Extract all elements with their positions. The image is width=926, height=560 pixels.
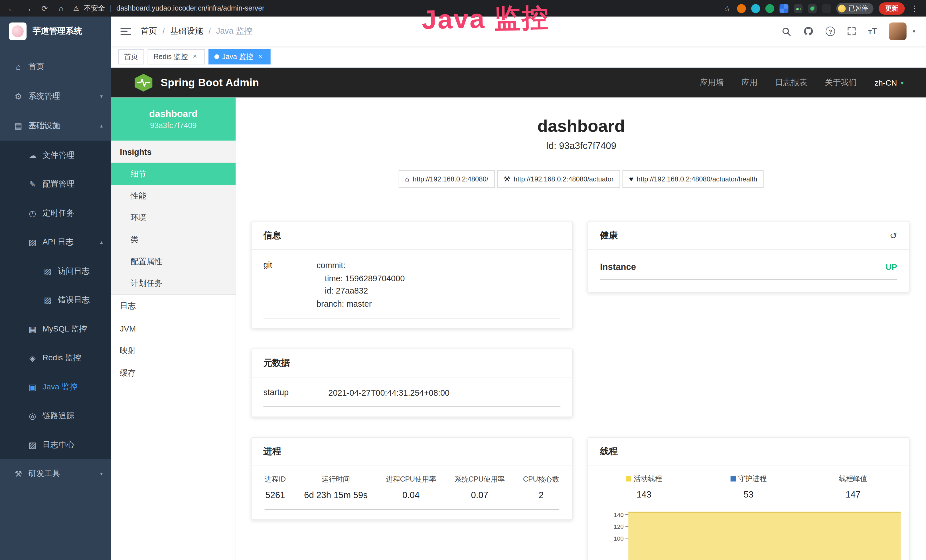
sba-menu-journal[interactable]: 日志报表	[775, 77, 807, 88]
legend-swatch-yellow	[626, 477, 631, 482]
menu-item-label: Redis 监控	[42, 352, 81, 363]
url-text: dashboard.yudao.iocoder.cn/infra/admin-s…	[117, 4, 264, 12]
nav-item-logs[interactable]: 日志	[111, 295, 236, 317]
profile-badge[interactable]: 已暂停	[836, 3, 873, 14]
sidebar-item-file-manage[interactable]: ☁ 文件管理	[0, 141, 111, 170]
extension-icon-6[interactable]	[808, 4, 817, 12]
extension-icon-7[interactable]	[822, 4, 831, 12]
forward-icon[interactable]: →	[24, 4, 33, 12]
extension-icon-3[interactable]	[766, 4, 774, 12]
legend-swatch-blue	[731, 477, 736, 482]
address-bar[interactable]: ⚠ 不安全 | dashboard.yudao.iocoder.cn/infra…	[73, 3, 715, 13]
sidebar-item-scheduled-jobs[interactable]: ◷ 定时任务	[0, 198, 111, 227]
extension-icon-1[interactable]	[737, 4, 746, 12]
sba-menu-about[interactable]: 关于我们	[825, 77, 857, 88]
close-icon[interactable]: ×	[256, 53, 264, 61]
tab-home[interactable]: 首页	[118, 49, 144, 65]
insights-item-details[interactable]: 细节	[111, 163, 236, 185]
insights-item-scheduled-tasks[interactable]: 计划任务	[111, 272, 236, 294]
close-icon[interactable]: ×	[191, 53, 199, 61]
sidebar-item-api-log[interactable]: ▨ API 日志 ▴	[0, 227, 111, 256]
sidebar-item-system[interactable]: ⚙ 系统管理 ▾	[0, 82, 111, 111]
fullscreen-icon[interactable]	[847, 27, 856, 36]
tab-java-monitor[interactable]: Java 监控 ×	[209, 49, 270, 65]
back-icon[interactable]: ←	[7, 4, 16, 12]
app-logo[interactable]: 芋道管理系统	[0, 17, 111, 46]
instance-header[interactable]: dashboard 93a3fc7f7409	[111, 98, 236, 141]
sidebar-item-log-center[interactable]: ▨ 日志中心	[0, 430, 111, 459]
health-url-link[interactable]: ♥ http://192.168.0.2:48080/actuator/heal…	[623, 170, 764, 188]
github-icon[interactable]	[803, 26, 814, 36]
link-text: http://192.168.0.2:48080/	[413, 176, 489, 183]
menu-item-label: 日志中心	[42, 439, 74, 450]
spring-boot-admin-logo	[133, 74, 153, 92]
browser-home-icon[interactable]: ⌂	[57, 4, 66, 12]
sidebar-item-home[interactable]: ⌂ 首页	[0, 52, 111, 82]
menu-item-label: 研发工具	[28, 468, 60, 479]
file-manage-icon: ☁	[26, 150, 39, 160]
sidebar-item-mysql-monitor[interactable]: ▦ MySQL 监控	[0, 314, 111, 343]
locale-selector[interactable]: zh-CN ▾	[875, 78, 903, 87]
active-dot-icon	[215, 54, 219, 59]
leaf-icon	[810, 6, 814, 10]
bookmark-star-icon[interactable]: ☆	[723, 4, 732, 12]
chevron-down-icon: ▾	[900, 80, 903, 86]
nav-item-caches[interactable]: 缓存	[111, 362, 236, 384]
navbar-actions: ? TT ▾	[781, 23, 915, 40]
tab-label: Redis 监控	[153, 51, 188, 62]
update-button[interactable]: 更新	[879, 2, 905, 14]
reload-icon[interactable]: ⟳	[40, 4, 49, 12]
health-card-header: 健康 ↺	[589, 222, 909, 250]
user-avatar[interactable]	[889, 23, 907, 40]
sidebar-item-config-manage[interactable]: ✎ 配置管理	[0, 170, 111, 198]
insights-item-environment[interactable]: 环境	[111, 207, 236, 229]
extension-icon-2[interactable]	[751, 4, 760, 12]
search-icon[interactable]	[781, 26, 791, 36]
warning-icon: ⚠	[73, 5, 79, 12]
menu-item-label: 错误日志	[58, 294, 90, 305]
address-separator: |	[110, 4, 112, 12]
service-url-link[interactable]: ⌂ http://192.168.0.2:48080/	[398, 170, 495, 188]
menu-item-label: MySQL 监控	[42, 324, 87, 334]
breadcrumb-infrastructure[interactable]: 基础设施	[170, 26, 203, 36]
sidebar-item-error-log[interactable]: ▨ 错误日志	[0, 285, 111, 314]
mysql-monitor-icon: ▦	[26, 324, 39, 333]
extension-icon-5[interactable]: on	[794, 4, 802, 12]
sidebar-item-devtools[interactable]: ⚒ 研发工具 ▾	[0, 459, 111, 489]
tab-redis-monitor[interactable]: Redis 监控 ×	[148, 49, 205, 65]
breadcrumb-home[interactable]: 首页	[141, 26, 157, 36]
locale-label: zh-CN	[875, 78, 897, 87]
nav-item-jvm[interactable]: JVM	[111, 317, 236, 340]
timer-icon: ◷	[26, 208, 39, 218]
profile-badge-label: 已暂停	[849, 4, 868, 12]
menu-item-label: Java 监控	[42, 381, 77, 392]
sidebar-item-infrastructure[interactable]: ▤ 基础设施 ▴	[0, 111, 111, 141]
sba-body: dashboard 93a3fc7f7409 Insights 细节 性能 环境…	[111, 98, 926, 560]
sidebar-item-redis-monitor[interactable]: ◈ Redis 监控	[0, 343, 111, 372]
hamburger-bars	[120, 26, 131, 36]
sidebar-item-access-log[interactable]: ▨ 访问日志	[0, 256, 111, 285]
insights-item-config-props[interactable]: 配置属性	[111, 250, 236, 272]
info-card: 信息 git commit: time: 1596289704000 id: 2…	[251, 221, 573, 328]
history-icon[interactable]: ↺	[890, 230, 897, 241]
insights-group: Insights 细节 性能 环境 类 配置属性 计划任务	[111, 141, 236, 295]
hamburger-icon[interactable]	[111, 17, 141, 46]
menu-item-label: 文件管理	[42, 150, 74, 160]
font-size-icon[interactable]: TT	[868, 26, 877, 36]
actuator-url-link[interactable]: ⚒ http://192.168.0.2:48080/actuator	[497, 170, 620, 188]
browser-menu-icon[interactable]: ⋮	[910, 4, 919, 12]
insights-item-metrics[interactable]: 性能	[111, 185, 236, 207]
sba-menu-applications[interactable]: 应用	[741, 77, 758, 88]
sidebar-item-java-monitor[interactable]: ▣ Java 监控	[0, 372, 111, 401]
java-monitor-icon: ▣	[26, 382, 39, 391]
chevron-up-icon: ▴	[100, 123, 103, 129]
health-row[interactable]: Instance UP	[600, 262, 897, 280]
avatar-caret-icon[interactable]: ▾	[912, 28, 915, 34]
nav-item-mappings[interactable]: 映射	[111, 340, 236, 362]
insights-item-classes[interactable]: 类	[111, 229, 236, 250]
sidebar-item-trace[interactable]: ◎ 链路追踪	[0, 401, 111, 430]
extension-icon-4[interactable]	[779, 4, 788, 12]
legend-daemon-threads: 守护进程 53	[696, 474, 801, 499]
sba-menu-wallboard[interactable]: 应用墙	[700, 77, 724, 88]
help-icon[interactable]: ?	[826, 27, 835, 36]
